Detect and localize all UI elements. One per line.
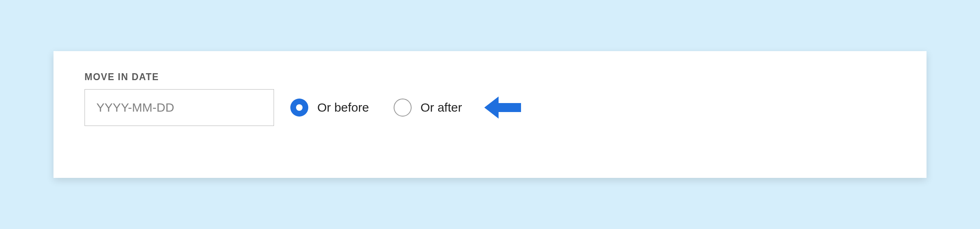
or-after-label: Or after: [421, 101, 462, 114]
date-condition-radio-group: Or before Or after: [290, 99, 462, 117]
form-card: MOVE IN DATE Or before Or after: [53, 51, 927, 178]
or-before-label: Or before: [317, 101, 369, 114]
move-in-date-input[interactable]: [85, 89, 274, 126]
move-in-date-label: MOVE IN DATE: [85, 72, 895, 83]
radio-selected-icon: [290, 99, 308, 117]
radio-unselected-icon: [394, 99, 412, 117]
or-after-radio[interactable]: Or after: [394, 99, 462, 117]
arrow-left-icon: [482, 93, 523, 122]
or-before-radio[interactable]: Or before: [290, 99, 369, 117]
form-row: Or before Or after: [85, 89, 895, 126]
